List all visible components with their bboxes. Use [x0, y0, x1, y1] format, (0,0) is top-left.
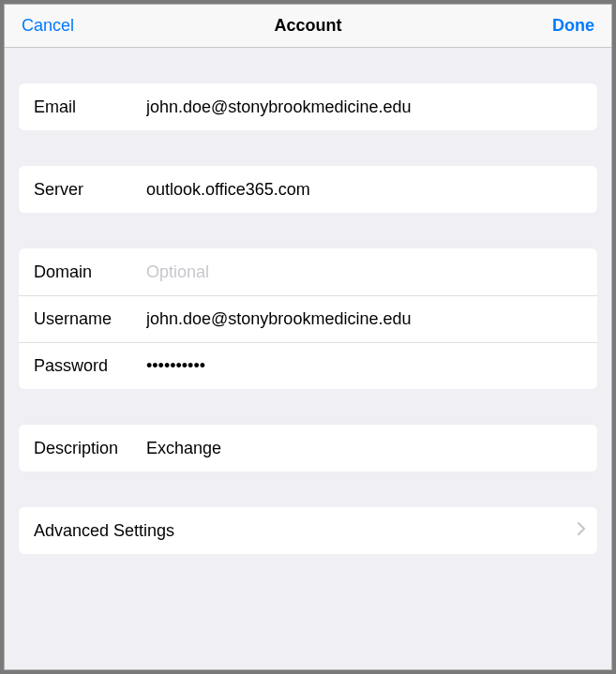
advanced-group: Advanced Settings [19, 507, 597, 554]
server-row: Server [19, 166, 597, 213]
done-button[interactable]: Done [519, 16, 594, 36]
cancel-button[interactable]: Cancel [22, 16, 97, 36]
username-row: Username [19, 295, 597, 342]
server-field[interactable] [146, 180, 582, 200]
description-label: Description [34, 439, 146, 458]
email-label: Email [34, 97, 146, 117]
server-group: Server [19, 166, 597, 213]
navbar: Cancel Account Done [5, 5, 611, 48]
domain-label: Domain [34, 262, 146, 282]
form-content: Email Server Domain Username Password [5, 83, 611, 554]
password-label: Password [34, 356, 146, 376]
email-field[interactable] [146, 97, 582, 117]
username-label: Username [34, 309, 146, 329]
chevron-right-icon [577, 521, 586, 540]
description-row: Description [19, 425, 597, 472]
domain-field[interactable] [146, 262, 582, 282]
email-group: Email [19, 83, 597, 130]
advanced-settings-label: Advanced Settings [34, 521, 174, 541]
advanced-settings-button[interactable]: Advanced Settings [19, 507, 597, 554]
email-row: Email [19, 83, 597, 130]
credentials-group: Domain Username Password [19, 248, 597, 389]
password-field[interactable] [146, 356, 582, 376]
page-title: Account [97, 16, 519, 36]
account-settings-window: Cancel Account Done Email Server Domain … [4, 4, 612, 670]
description-field[interactable] [146, 439, 582, 458]
domain-row: Domain [19, 248, 597, 295]
server-label: Server [34, 180, 146, 200]
description-group: Description [19, 425, 597, 472]
username-field[interactable] [146, 309, 582, 329]
password-row: Password [19, 342, 597, 389]
